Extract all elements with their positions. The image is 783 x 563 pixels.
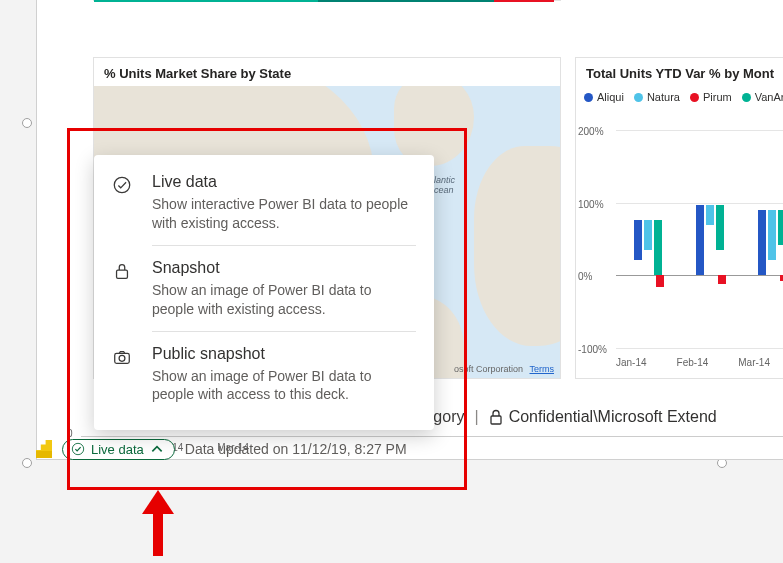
ocean-label: lantic cean	[434, 176, 455, 196]
chevron-up-icon	[150, 442, 164, 456]
lock-icon	[489, 409, 503, 425]
footer-bar: Live data Data updated on 11/12/19, 8:27…	[36, 434, 783, 464]
svg-rect-1	[491, 416, 501, 424]
map-terms-link[interactable]: Terms	[530, 364, 555, 374]
callout-arrow	[138, 490, 178, 559]
selection-handle[interactable]	[22, 118, 32, 128]
bar-chart-card: Total Units YTD Var % by Mont Aliqui Nat…	[575, 57, 783, 379]
updated-text: Data updated on 11/12/19, 8:27 PM	[185, 441, 407, 457]
live-data-pill[interactable]: Live data	[62, 439, 175, 460]
svg-rect-3	[117, 270, 128, 278]
camera-icon	[112, 345, 134, 405]
bar-card-title: Total Units YTD Var % by Mont	[576, 58, 783, 89]
checkmark-circle-icon	[71, 442, 85, 456]
svg-point-5	[119, 355, 125, 361]
svg-point-2	[114, 177, 129, 192]
segment-central-a: Central	[94, 0, 318, 2]
segment-chart: CentralCentralCentral	[93, 0, 561, 1]
segment-central-c: Central	[494, 0, 554, 2]
confidential-crumb[interactable]: Confidential\Microsoft Extend	[489, 408, 717, 426]
bar-legend: Aliqui Natura Pirum VanAr	[576, 89, 783, 107]
powerbi-icon	[36, 440, 52, 458]
popup-item-snapshot[interactable]: Snapshot Show an image of Power BI data …	[94, 245, 434, 331]
selection-handle[interactable]	[22, 458, 32, 468]
popup-item-public-snapshot[interactable]: Public snapshot Show an image of Power B…	[94, 331, 434, 417]
segment-central-b: Central	[318, 0, 494, 2]
bar-plot-area[interactable]: 200% 100% 0% -100%	[616, 130, 783, 348]
map-card-title: % Units Market Share by State	[94, 58, 560, 89]
map-attribution: osoft Corporation Terms	[454, 364, 554, 374]
popup-item-live-data[interactable]: Live data Show interactive Power BI data…	[94, 159, 434, 245]
data-mode-popup: Live data Show interactive Power BI data…	[94, 155, 434, 430]
checkmark-circle-icon	[112, 173, 134, 233]
lock-icon	[112, 259, 134, 319]
svg-point-0	[72, 443, 83, 454]
breadcrumb: tegory | Confidential\Microsoft Extend	[420, 408, 717, 426]
bar-x-ticks: Jan-14 Feb-14 Mar-14	[616, 357, 770, 368]
